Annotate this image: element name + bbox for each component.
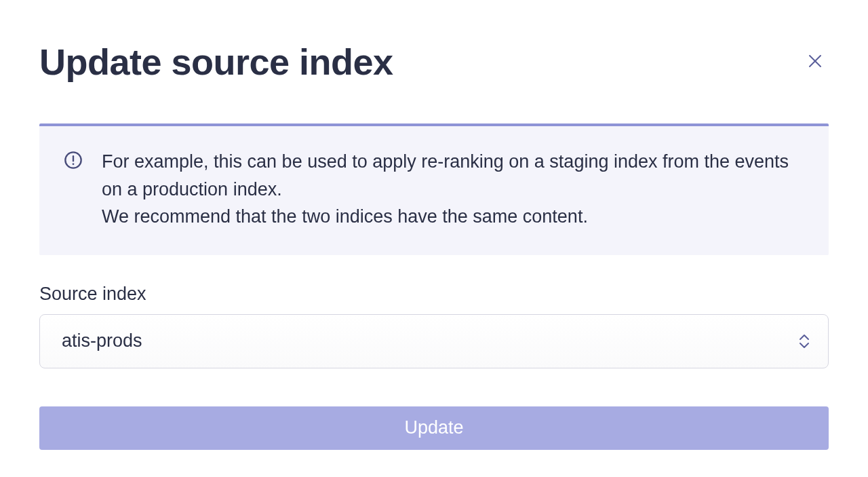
source-index-label: Source index	[39, 284, 829, 305]
info-banner: For example, this can be used to apply r…	[39, 123, 829, 255]
info-icon	[64, 151, 83, 231]
update-button[interactable]: Update	[39, 406, 829, 450]
close-icon	[807, 53, 823, 71]
info-text-line2: We recommend that the two indices have t…	[102, 203, 804, 231]
source-index-select[interactable]	[39, 314, 829, 368]
svg-point-4	[73, 163, 75, 165]
dialog-title: Update source index	[39, 41, 393, 83]
info-text-line1: For example, this can be used to apply r…	[102, 148, 804, 203]
update-source-index-dialog: Update source index For example, this ca…	[0, 0, 868, 450]
source-index-select-wrap	[39, 314, 829, 368]
close-button[interactable]	[802, 47, 829, 77]
info-text: For example, this can be used to apply r…	[102, 148, 804, 231]
dialog-header: Update source index	[39, 41, 829, 83]
source-index-field: Source index	[39, 284, 829, 368]
